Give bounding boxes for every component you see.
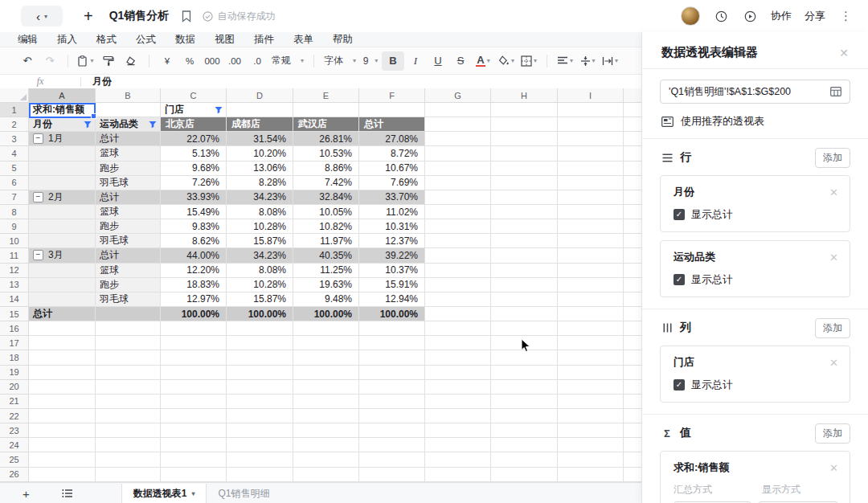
decrease-decimal-button[interactable]: .0	[246, 51, 268, 71]
cell-F24[interactable]	[359, 438, 425, 452]
cell-G14[interactable]	[425, 292, 491, 307]
cell-J21[interactable]	[624, 395, 641, 409]
cell-E19[interactable]	[293, 366, 359, 380]
cell-G12[interactable]	[425, 264, 491, 278]
cell-H2[interactable]	[491, 117, 558, 132]
cell-H8[interactable]	[491, 205, 558, 219]
cell-A11[interactable]: −3月	[29, 248, 96, 263]
cell-E14[interactable]: 9.48%	[293, 292, 359, 307]
row-header-19[interactable]: 19	[0, 366, 29, 380]
add-row-field-button[interactable]: 添加	[815, 148, 850, 168]
cell-G26[interactable]	[425, 468, 491, 482]
cell-F11[interactable]: 39.22%	[359, 248, 425, 263]
cell-F2[interactable]: 总计	[359, 117, 425, 132]
cell-D22[interactable]	[227, 409, 293, 423]
cell-I14[interactable]	[558, 292, 624, 307]
cell-F5[interactable]: 10.67%	[359, 162, 425, 176]
format-painter-button[interactable]	[97, 51, 120, 71]
cell-J7[interactable]	[624, 190, 641, 205]
cell-H24[interactable]	[491, 438, 558, 452]
cell-H11[interactable]	[491, 248, 558, 263]
row-header-21[interactable]: 21	[0, 395, 29, 409]
add-value-field-button[interactable]: 添加	[815, 423, 850, 444]
cell-E11[interactable]: 40.35%	[293, 248, 359, 263]
cell-I12[interactable]	[558, 264, 624, 278]
cell-D1[interactable]	[227, 103, 293, 117]
column-header-H[interactable]: H	[491, 88, 558, 103]
cell-J10[interactable]	[624, 234, 641, 248]
cell-C17[interactable]	[161, 336, 227, 350]
cell-H23[interactable]	[491, 423, 558, 438]
cell-F19[interactable]	[359, 366, 425, 380]
cell-C18[interactable]	[161, 350, 227, 365]
font-select[interactable]: 字体▾	[321, 51, 359, 71]
italic-button[interactable]: I	[404, 51, 427, 71]
cell-C13[interactable]: 18.83%	[161, 278, 227, 292]
cell-G19[interactable]	[425, 366, 491, 380]
remove-field-icon[interactable]: ✕	[829, 462, 838, 474]
cell-J5[interactable]	[624, 162, 641, 176]
row-header-9[interactable]: 9	[0, 219, 29, 234]
cell-B19[interactable]	[96, 366, 161, 380]
cell-C21[interactable]	[161, 395, 227, 409]
cell-H7[interactable]	[491, 190, 558, 205]
cell-F17[interactable]	[359, 336, 425, 350]
column-header-F[interactable]: F	[359, 88, 425, 103]
cell-D21[interactable]	[227, 395, 293, 409]
cell-F20[interactable]	[359, 380, 425, 395]
strikethrough-button[interactable]: S	[449, 51, 472, 71]
sheet-tab-pivot[interactable]: 数据透视表1▾	[121, 484, 207, 503]
cell-G4[interactable]	[425, 146, 491, 161]
cell-B18[interactable]	[96, 350, 161, 365]
suggested-pivot-link[interactable]: 使用推荐的透视表	[661, 114, 849, 129]
menu-item-4[interactable]: 数据	[175, 33, 195, 47]
cell-J11[interactable]	[624, 248, 641, 263]
filter-funnel-icon[interactable]	[215, 106, 226, 114]
cell-H15[interactable]	[491, 307, 558, 321]
percent-format-button[interactable]: %	[178, 51, 201, 71]
cell-C11[interactable]: 44.00%	[161, 248, 227, 263]
cell-I13[interactable]	[558, 278, 624, 292]
cell-J6[interactable]	[624, 176, 641, 190]
select-range-icon[interactable]	[830, 87, 841, 96]
cell-B8[interactable]: 篮球	[96, 205, 161, 219]
cell-A24[interactable]	[29, 438, 96, 452]
cell-E15[interactable]: 100.00%	[293, 307, 359, 321]
cell-B11[interactable]: 总计	[96, 248, 161, 263]
cell-E23[interactable]	[293, 423, 359, 438]
cell-D15[interactable]: 100.00%	[227, 307, 293, 321]
remove-field-icon[interactable]: ✕	[829, 357, 838, 369]
cell-F21[interactable]	[359, 395, 425, 409]
show-total-checkbox[interactable]: ✓	[674, 274, 685, 285]
bold-button[interactable]: B	[382, 51, 404, 71]
cell-D6[interactable]: 8.28%	[227, 176, 293, 190]
cell-I20[interactable]	[558, 380, 624, 395]
cell-J2[interactable]	[624, 117, 641, 132]
cell-A26[interactable]	[29, 468, 96, 482]
row-header-5[interactable]: 5	[0, 162, 29, 176]
new-document-button[interactable]: +	[84, 7, 93, 26]
cell-C8[interactable]: 15.49%	[161, 205, 227, 219]
cell-D5[interactable]: 13.06%	[227, 162, 293, 176]
cell-J13[interactable]	[624, 278, 641, 292]
menu-item-2[interactable]: 格式	[96, 33, 117, 47]
increase-decimal-button[interactable]: .00	[223, 51, 246, 71]
cell-A4[interactable]	[29, 146, 96, 161]
range-input[interactable]: 'Q1销售明细'!$A$1:$G$200	[660, 80, 850, 104]
cell-J12[interactable]	[624, 264, 641, 278]
cell-A13[interactable]	[29, 278, 96, 292]
cell-H20[interactable]	[491, 380, 558, 395]
collapse-icon[interactable]: −	[33, 250, 43, 260]
paste-button[interactable]: ▾	[75, 51, 97, 71]
cell-E16[interactable]	[293, 321, 359, 336]
fill-color-button[interactable]: ▾	[494, 51, 518, 71]
column-header-A[interactable]: A	[29, 88, 96, 103]
cell-G13[interactable]	[425, 278, 491, 292]
cell-H17[interactable]	[491, 336, 558, 350]
redo-button[interactable]: ↷	[39, 51, 61, 71]
row-header-23[interactable]: 23	[0, 423, 29, 438]
cell-G5[interactable]	[425, 162, 491, 176]
cell-F26[interactable]	[359, 468, 425, 482]
cell-G7[interactable]	[425, 190, 491, 205]
cell-D2[interactable]: 成都店	[227, 117, 293, 132]
